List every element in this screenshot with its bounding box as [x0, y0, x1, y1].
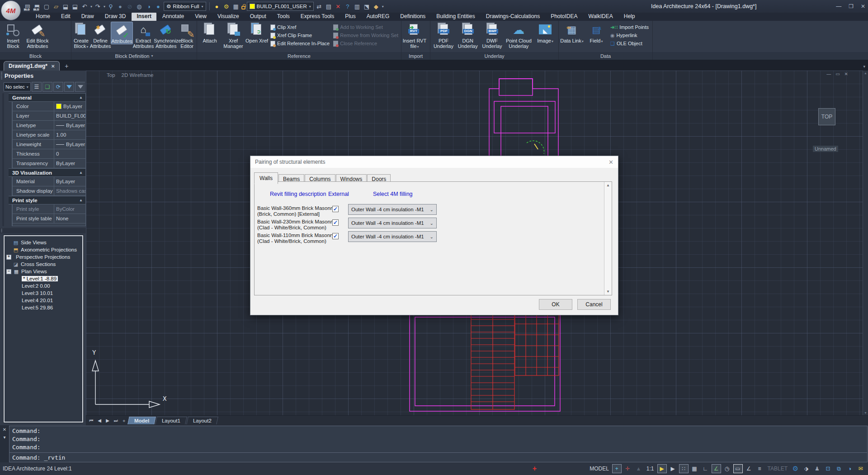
external-checkbox[interactable]: ✓: [332, 233, 339, 239]
section-3d-visualization[interactable]: 3D Visualization▲: [9, 168, 86, 177]
property-row-shadow-display[interactable]: Shadow display Shadows cast ...: [12, 186, 86, 196]
new-building-file-icon[interactable]: ▤BLD: [24, 2, 32, 11]
filling-dropdown[interactable]: Outer Wall -4 cm insulation -M1 ⌄: [348, 204, 437, 215]
document-tab-drawing1[interactable]: Drawing1.dwg* ✕: [4, 61, 60, 71]
settings-gear-icon[interactable]: ⚙: [222, 2, 231, 11]
external-checkbox[interactable]: ✓: [332, 219, 339, 226]
dynamic-input-icon[interactable]: ▶: [668, 464, 678, 473]
select-objects-icon[interactable]: ❏: [42, 82, 52, 92]
visual-style-orb-2-icon[interactable]: ⊘: [126, 2, 134, 11]
angle-snap-icon[interactable]: ∠: [744, 464, 754, 473]
doc-close-icon[interactable]: ✕: [844, 71, 848, 76]
visual-style-orb-3-icon[interactable]: ◍: [135, 2, 143, 11]
grid-display-icon[interactable]: ▦: [690, 464, 699, 473]
tree-item-level-4[interactable]: Level:4 20.01: [6, 297, 81, 304]
tab-tools[interactable]: Tools: [272, 12, 295, 21]
redo-caret-icon[interactable]: ▾: [104, 5, 105, 9]
close-icon[interactable]: ✕: [861, 3, 865, 10]
help-icon[interactable]: ?: [344, 2, 352, 11]
dwf-underlay-button[interactable]: BWF DWF Underlay: [480, 22, 505, 49]
graphics-monitor-icon[interactable]: ⊡: [823, 464, 833, 473]
edit-block-attributes-button[interactable]: ✎ Edit Block Attributes: [25, 22, 50, 49]
quick-select-filter-icon[interactable]: [64, 82, 74, 92]
layer-combo[interactable]: BUILD_FL001_USER ▾: [247, 2, 314, 11]
hatch-pattern-icon[interactable]: ▦: [232, 2, 240, 11]
quick-properties-list-icon[interactable]: ☰: [32, 82, 42, 92]
open-xref-button[interactable]: ➲ Open Xref: [245, 22, 269, 43]
open-building-file-icon[interactable]: ⬒BLD: [33, 2, 41, 11]
batch-plot-icon[interactable]: ▥: [353, 2, 361, 11]
tab-model[interactable]: Model: [127, 417, 156, 424]
collapse-icon[interactable]: ▲: [79, 95, 83, 100]
ole-object-button[interactable]: ❑OLE Object: [609, 39, 651, 48]
light-bulb-icon[interactable]: ●: [213, 2, 221, 11]
command-box[interactable]: Command: Command: Command: Command: _rvt…: [9, 426, 868, 462]
isolate-objects-icon[interactable]: ⬗: [802, 464, 811, 473]
user-icon[interactable]: ♟: [812, 464, 822, 473]
new-layout-icon[interactable]: ＋: [120, 418, 127, 424]
tray-mail-icon[interactable]: ✉: [856, 464, 865, 473]
open-folder-icon[interactable]: ▱: [52, 2, 60, 11]
erase-icon[interactable]: ✕: [334, 2, 342, 11]
data-link-button[interactable]: ▦∞ Data Link▾: [560, 22, 584, 44]
infer-constraints-icon[interactable]: +: [612, 464, 622, 473]
filling-dropdown[interactable]: Outer Wall -4 cm insulation -M1 ⌄: [348, 231, 437, 242]
toggle-pickadd-icon[interactable]: ⟳: [53, 82, 63, 92]
tab-home[interactable]: Home: [31, 12, 55, 21]
section-general[interactable]: General▲: [9, 93, 86, 102]
visual-style-label[interactable]: 2D Wireframe: [122, 72, 154, 78]
tablet-label[interactable]: TABLET: [766, 466, 789, 472]
last-layout-icon[interactable]: ⏭: [112, 418, 119, 423]
tab-output[interactable]: Output: [245, 12, 271, 21]
property-row-linetype[interactable]: Linetype ByLayer: [12, 121, 86, 130]
redo-icon[interactable]: ↷: [94, 2, 102, 11]
edit-reference-in-place-button[interactable]: Edit Reference In-Place: [269, 39, 331, 48]
workspace-gear-icon[interactable]: ⚙: [791, 464, 800, 473]
collapse-minus-icon[interactable]: −: [6, 269, 11, 274]
tab-drawings-calculations[interactable]: Drawings-Calculations: [481, 12, 545, 21]
external-checkbox[interactable]: ✓: [332, 206, 339, 212]
minimize-icon[interactable]: —: [836, 3, 841, 10]
tab-building-entities[interactable]: Building Entities: [431, 12, 480, 21]
synchronize-attributes-button[interactable]: ↻ Synchronize Attributes: [154, 22, 178, 49]
property-row-transparency[interactable]: Transparency ByLayer: [12, 159, 86, 168]
tree-item-level-5[interactable]: Level:5 29.86: [6, 304, 81, 311]
tree-item-axonometric-projections[interactable]: ⬒ Axonometric Projections: [6, 246, 81, 253]
panel-data-label[interactable]: Data: [559, 52, 652, 60]
property-row-thickness[interactable]: Thickness 0: [12, 149, 86, 159]
visual-style-orb-1-icon[interactable]: ●: [116, 2, 124, 11]
tree-item-perspective-projections[interactable]: + Perspective Projections: [6, 253, 81, 261]
restore-icon[interactable]: ❒: [849, 3, 854, 10]
save-icon[interactable]: ⬓: [61, 2, 70, 11]
qat-overflow-caret-icon[interactable]: ▾: [382, 5, 384, 9]
workspace-switcher[interactable]: ⚙ Ribbon Full ▾: [164, 2, 206, 11]
tree-item-side-views[interactable]: ▤ Side Views: [6, 239, 81, 246]
render-icon[interactable]: ◆: [372, 2, 380, 11]
section-print-style[interactable]: Print style▲: [9, 196, 86, 204]
package-icon[interactable]: ⬔: [363, 2, 371, 11]
transparency-icon[interactable]: ◑: [845, 464, 854, 473]
collapse-icon[interactable]: ▲: [79, 198, 83, 202]
tab-layout1[interactable]: Layout1: [155, 417, 187, 424]
palette-grip-bar[interactable]: [0, 228, 86, 233]
command-options-caret-icon[interactable]: ▾: [3, 435, 5, 440]
tab-autoreg[interactable]: AutoREG: [362, 12, 395, 21]
property-row-print-style-table[interactable]: Print style table None: [12, 214, 86, 223]
dialog-title-bar[interactable]: Pairing of structural elements ✕: [250, 156, 618, 168]
view-orientation-label[interactable]: Top: [107, 72, 115, 78]
layers-status-icon[interactable]: ⧉: [834, 464, 844, 473]
panel-underlay-label[interactable]: Underlay: [430, 52, 558, 60]
snap-grid-icon[interactable]: ∷: [679, 464, 689, 473]
attributes-button[interactable]: ✓ Attributes: [111, 22, 132, 44]
undo-caret-icon[interactable]: ▾: [90, 5, 92, 9]
attach-button[interactable]: Attach: [198, 22, 222, 43]
create-block-button[interactable]: Create Block▾: [72, 22, 90, 50]
tab-edit[interactable]: Edit: [56, 12, 75, 21]
select-filter-icon[interactable]: [75, 82, 85, 92]
polar-tracking-icon[interactable]: ∠: [712, 464, 721, 473]
xref-manager-button[interactable]: Xref Manager: [222, 22, 245, 49]
annotation-scale-label[interactable]: 1:1: [645, 466, 656, 472]
doc-restore-icon[interactable]: ▭: [835, 71, 840, 76]
pdf-underlay-button[interactable]: PDF PDF Underlay: [431, 22, 456, 49]
field-button[interactable]: ▤a Field▾: [584, 22, 609, 44]
